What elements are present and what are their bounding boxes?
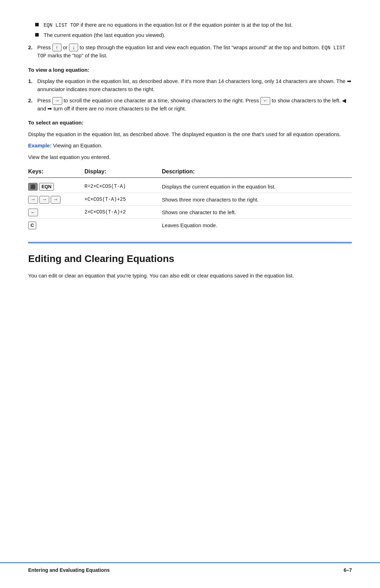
- right-arrow-key: →: [52, 97, 62, 105]
- section-body: You can edit or clear an equation that y…: [28, 272, 352, 280]
- keys-cell-3: ←: [28, 207, 84, 216]
- long-step-number-1: 1.: [28, 77, 34, 85]
- col-header-description: Description:: [162, 167, 352, 176]
- long-step-1: 1. Display the equation in the equation …: [28, 77, 352, 93]
- example-heading: Example: Viewing an Equation.: [28, 142, 352, 150]
- example-label: Example:: [28, 142, 52, 148]
- long-step-number-2: 2.: [28, 97, 34, 105]
- table-row-4: C Leaves Equation mode.: [28, 219, 352, 231]
- intro-bullet-list: EQN LIST TOP if there are no equations i…: [28, 21, 352, 39]
- right-arrow-1: →: [28, 196, 38, 204]
- left-arrow-btn: ←: [28, 209, 38, 216]
- select-description: Display the equation in the equation lis…: [28, 130, 352, 139]
- up-arrow-key: ↑: [52, 44, 62, 51]
- c-key-btn: C: [28, 222, 36, 229]
- step-number-2: 2.: [28, 44, 34, 52]
- subheading-select: To select an equation:: [28, 119, 352, 127]
- section-title: Editing and Clearing Equations: [28, 251, 352, 266]
- desc-cell-1: Displays the current equation in the equ…: [162, 182, 352, 191]
- eqn-key-btn: EQN: [39, 183, 54, 191]
- bullet-text-2: The current equation (the last equation …: [44, 31, 165, 39]
- page-footer: Entering and Evaluating Equations 6–7: [0, 562, 380, 574]
- desc-cell-4: Leaves Equation mode.: [162, 220, 352, 230]
- col-header-keys: Keys:: [28, 167, 84, 176]
- bullet-icon-2: [35, 33, 39, 37]
- display-cell-2: ×C×COS(T-A)+25: [84, 195, 162, 203]
- example-description: View the last equation you entered.: [28, 153, 352, 161]
- bullet-icon: [35, 23, 39, 26]
- right-arrow-2: →: [39, 196, 49, 204]
- down-arrow-key: ↓: [69, 44, 78, 51]
- display-cell-4: [84, 220, 162, 222]
- example-table: Keys: Display: Description: ⬛ EQN R=2×C×…: [28, 167, 352, 231]
- col-header-display: Display:: [84, 167, 162, 176]
- section-divider: [28, 242, 352, 244]
- display-cell-1: R=2×C×COS(T-A): [84, 182, 162, 190]
- table-row-1: ⬛ EQN R=2×C×COS(T-A) Displays the curren…: [28, 180, 352, 193]
- right-arrow-3: →: [51, 196, 61, 204]
- keys-cell-1: ⬛ EQN: [28, 182, 84, 191]
- bullet-text-1: if there are no equations in the equatio…: [79, 22, 293, 28]
- list-item-current-eqn: The current equation (the last equation …: [32, 31, 352, 39]
- display-cell-3: 2×C×COS(T-A)+2: [84, 207, 162, 216]
- step-2-press: 2. Press ↑ or ↓ to step through the equa…: [28, 44, 352, 60]
- table-row-2: → → → ×C×COS(T-A)+25 Shows three more ch…: [28, 193, 352, 206]
- eqn-list-top-text: EQN LIST TOP: [44, 23, 79, 28]
- table-header: Keys: Display: Description:: [28, 167, 352, 178]
- keys-cell-4: C: [28, 220, 84, 229]
- long-step-1-text: Display the equation in the equation lis…: [37, 77, 352, 93]
- keys-cell-2: → → →: [28, 195, 84, 204]
- long-step-2: 2. Press → to scroll the equation one ch…: [28, 97, 352, 113]
- eqn-list-top-inline: EQN LIST TOP: [37, 45, 345, 59]
- left-arrow-key: ←: [260, 97, 270, 105]
- subheading-view-long: To view a long equation:: [28, 66, 352, 74]
- table-row-3: ← 2×C×COS(T-A)+2 Shows one character to …: [28, 206, 352, 219]
- footer-section-label: Entering and Evaluating Equations: [28, 567, 110, 574]
- desc-cell-2: Shows three more characters to the right…: [162, 195, 352, 204]
- footer-page-number: 6–7: [344, 567, 352, 574]
- list-item-eqn-top: EQN LIST TOP if there are no equations i…: [32, 21, 352, 29]
- desc-cell-3: Shows one character to the left.: [162, 207, 352, 217]
- example-title: Viewing an Equation.: [52, 142, 103, 148]
- shift-key-btn: ⬛: [28, 183, 38, 191]
